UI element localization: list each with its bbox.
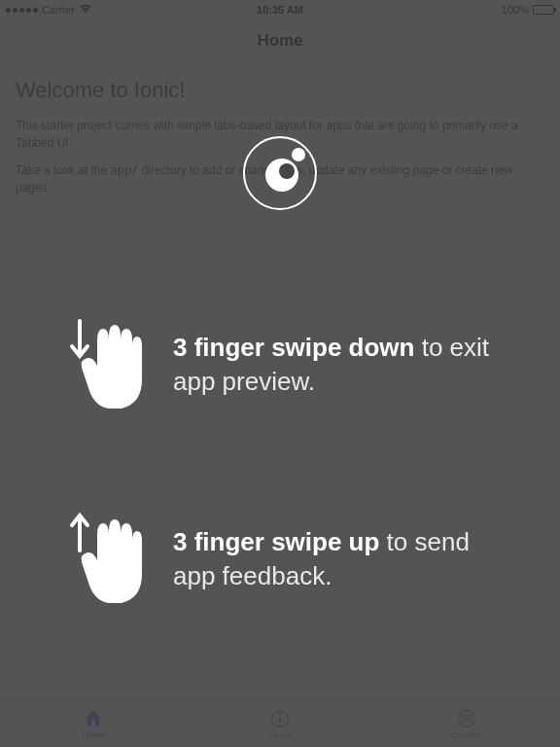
gesture-swipe-up: 3 finger swipe up to send app feedback. [68,506,511,613]
screen: Carrier 10:35 AM 100% Home Welcome to Io… [0,0,560,747]
swipe-down-bold: 3 finger swipe down [173,333,414,362]
swipe-down-text: 3 finger swipe down to exit app preview. [173,331,511,399]
hand-swipe-up-icon [68,506,146,613]
swipe-up-text: 3 finger swipe up to send app feedback. [173,525,511,593]
loading-spinner-icon [243,136,317,210]
hand-swipe-down-icon [68,311,146,418]
swipe-up-bold: 3 finger swipe up [173,527,379,556]
preview-overlay[interactable]: 3 finger swipe down to exit app preview.… [0,0,560,747]
gesture-swipe-down: 3 finger swipe down to exit app preview. [68,311,511,418]
